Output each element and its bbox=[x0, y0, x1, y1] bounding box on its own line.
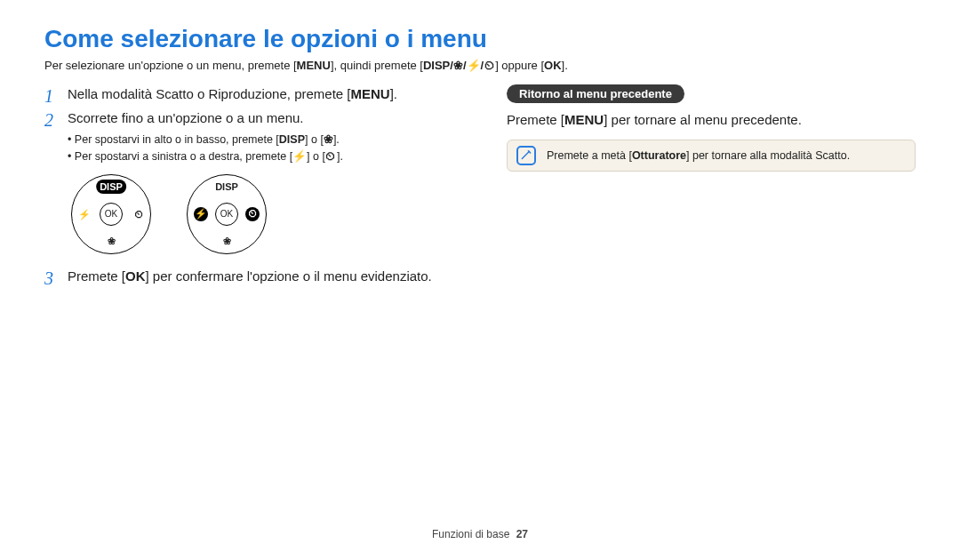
text: ]. bbox=[337, 150, 343, 163]
timer-icon: ⏲ bbox=[325, 150, 337, 163]
text: Premete [ bbox=[68, 268, 125, 284]
return-menu-text: Premete [MENU] per tornare al menu prece… bbox=[507, 112, 916, 127]
macro-icon: ❀ bbox=[324, 133, 333, 146]
bullet-leftright: Per spostarvi a sinistra o a destra, pre… bbox=[68, 148, 453, 165]
page-footer: Funzioni di base 27 bbox=[0, 528, 960, 540]
return-menu-badge: Ritorno al menu precedente bbox=[507, 84, 684, 103]
step-2: Scorrete fino a un'opzione o a un menu. … bbox=[44, 108, 453, 254]
disp-label-icon: DISP bbox=[215, 180, 238, 195]
text: Scorrete fino a un'opzione o a un menu. bbox=[68, 110, 304, 125]
ok-center-icon: OK bbox=[100, 203, 123, 226]
text: Per spostarvi a sinistra o a destra, pre… bbox=[75, 150, 292, 163]
text: Premete a metà [ bbox=[547, 149, 632, 162]
flash-icon: ⚡ bbox=[78, 206, 91, 221]
text: ] per tornare alla modalità Scatto. bbox=[686, 149, 850, 162]
macro-icon: ❀ bbox=[223, 234, 231, 249]
left-column: Nella modalità Scatto o Riproduzione, pr… bbox=[44, 84, 453, 290]
step-2-bullets: Per spostarvi in alto o in basso, premet… bbox=[68, 132, 453, 165]
timer-highlight-icon: ⏲ bbox=[245, 207, 260, 221]
ok-center-icon: OK bbox=[215, 203, 238, 226]
shutter-label: Otturatore bbox=[632, 149, 686, 162]
page-number: 27 bbox=[516, 528, 528, 540]
step-1: Nella modalità Scatto o Riproduzione, pr… bbox=[44, 84, 453, 105]
disp-highlight-icon: DISP bbox=[96, 180, 126, 195]
ok-label-icon: OK bbox=[125, 268, 146, 284]
text: ] per tornare al menu precedente. bbox=[604, 112, 802, 127]
text: ]. bbox=[333, 133, 340, 146]
text: Per spostarvi in alto o in basso, premet… bbox=[75, 133, 279, 146]
right-column: Ritorno al menu precedente Premete [MENU… bbox=[507, 84, 916, 290]
note-icon bbox=[516, 146, 536, 165]
nav-sequence-icon: DISP/❀/⚡/⏲ bbox=[423, 59, 495, 72]
flash-highlight-icon: ⚡ bbox=[194, 207, 208, 221]
footer-section: Funzioni di base bbox=[432, 528, 509, 540]
step-3: Premete [OK] per confermare l'opzione o … bbox=[44, 267, 453, 287]
dial-disp-highlighted: DISP ⚡ ⏲ ❀ OK bbox=[71, 174, 151, 254]
menu-label-icon: MENU bbox=[297, 59, 331, 72]
text: ]. bbox=[390, 86, 397, 101]
text: Nella modalità Scatto o Riproduzione, pr… bbox=[68, 86, 351, 101]
ok-label-icon: OK bbox=[544, 59, 562, 72]
menu-label-icon: MENU bbox=[564, 112, 604, 127]
page-title: Come selezionare le opzioni o i menu bbox=[44, 25, 916, 53]
flash-icon: ⚡ bbox=[292, 150, 307, 163]
text: ] o [ bbox=[307, 150, 325, 163]
tip-box: Premete a metà [Otturatore] per tornare … bbox=[507, 140, 916, 172]
menu-label-icon: MENU bbox=[351, 86, 390, 101]
intro-text: Per selezionare un'opzione o un menu, pr… bbox=[44, 59, 916, 72]
macro-icon: ❀ bbox=[108, 234, 116, 249]
text: Premete [ bbox=[507, 112, 564, 127]
text: ] o [ bbox=[305, 133, 324, 146]
text: Per selezionare un'opzione o un menu, pr… bbox=[44, 59, 297, 72]
nav-dials: DISP ⚡ ⏲ ❀ OK DISP ⚡ ⏲ ❀ OK bbox=[71, 174, 453, 254]
disp-label-icon: DISP bbox=[279, 133, 305, 146]
timer-icon: ⏲ bbox=[134, 206, 144, 221]
text: ]. bbox=[562, 59, 568, 72]
text: ] oppure [ bbox=[495, 59, 544, 72]
dial-right-highlighted: DISP ⚡ ⏲ ❀ OK bbox=[187, 174, 267, 254]
bullet-updown: Per spostarvi in alto o in basso, premet… bbox=[68, 132, 453, 148]
text: ], quindi premete [ bbox=[331, 59, 423, 72]
text: ] per confermare l'opzione o il menu evi… bbox=[146, 268, 432, 284]
